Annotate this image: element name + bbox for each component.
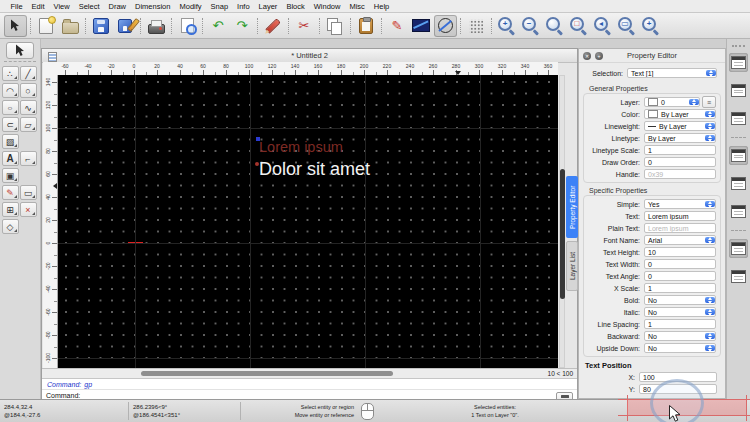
undo-button[interactable]: ↶	[207, 15, 230, 37]
upside-down-field[interactable]: No	[644, 343, 716, 353]
dimension-tool-button[interactable]: ⌐	[20, 151, 37, 166]
dock-view-list-button[interactable]	[729, 109, 748, 128]
lineweight-field[interactable]: By Layer	[644, 121, 716, 131]
zoom-center-button[interactable]: +	[640, 15, 663, 37]
dock-library-browser-button[interactable]	[729, 267, 748, 286]
dock-layer-list-button[interactable]	[729, 146, 748, 165]
lines-toggle-button[interactable]	[434, 15, 457, 37]
menu-file[interactable]: File	[6, 2, 27, 11]
tab-layer-list[interactable]: Layer List	[566, 241, 578, 291]
simple-field[interactable]: Yes	[644, 199, 716, 209]
paste-button[interactable]	[355, 15, 378, 37]
dock-block-list-button[interactable]	[729, 81, 748, 100]
layer-list-button[interactable]: ≡	[702, 96, 716, 108]
measure-tool-button[interactable]: ▭	[20, 185, 37, 200]
dock-handle[interactable]	[732, 45, 745, 47]
menu-select[interactable]: Select	[74, 2, 104, 11]
line-tool-button[interactable]: ╱	[20, 66, 37, 81]
hatch-tool-button[interactable]: ▨	[2, 134, 19, 149]
selection-tool-button[interactable]	[6, 42, 34, 59]
spline-tool-button[interactable]: ∿	[20, 100, 37, 115]
zoom-window-button[interactable]: □	[568, 15, 591, 37]
text-width-field[interactable]: 0	[644, 259, 716, 269]
dropdown-stepper[interactable]	[705, 345, 715, 352]
dropdown-stepper[interactable]	[705, 135, 715, 142]
handle-field[interactable]: 0x39	[644, 169, 716, 179]
save-button[interactable]	[90, 15, 113, 37]
arc-tool-button[interactable]: ◠	[2, 83, 19, 98]
menu-draw[interactable]: Draw	[104, 2, 131, 11]
eraser-button[interactable]	[262, 15, 285, 37]
pen-button[interactable]: ✎	[386, 15, 409, 37]
vertical-scrollbar-thumb[interactable]	[560, 169, 565, 299]
horizontal-scrollbar-thumb[interactable]	[141, 371, 393, 376]
selection-dropdown[interactable]: Text [1]	[627, 68, 717, 78]
misc-draw-tool-button[interactable]: ✎	[2, 185, 19, 200]
italic-field[interactable]: No	[644, 307, 716, 317]
zoom-in-button[interactable]: +	[496, 15, 519, 37]
dropdown-stepper[interactable]	[705, 123, 715, 130]
zoom-pan-button[interactable]: ▭	[616, 15, 639, 37]
backward-field[interactable]: No	[644, 331, 716, 341]
dropdown-stepper[interactable]	[705, 309, 715, 316]
menu-help[interactable]: Help	[369, 2, 393, 11]
point-tool-button[interactable]: ∴	[2, 66, 19, 81]
dock-property-editor-button[interactable]	[729, 53, 748, 72]
drawing-canvas[interactable]: Lorem ipsumDolor sit amet	[58, 75, 558, 368]
palette-handle[interactable]	[4, 61, 36, 62]
grid-toggle-button[interactable]	[465, 15, 488, 37]
menu-modify[interactable]: Modify	[175, 2, 206, 11]
open-file-button[interactable]	[59, 15, 82, 37]
dock-reference-points-button[interactable]	[729, 202, 748, 221]
menu-layer[interactable]: Layer	[254, 2, 282, 11]
text-angle-field[interactable]: 0	[644, 271, 716, 281]
redo-button[interactable]: ↷	[231, 15, 254, 37]
dropdown-stepper[interactable]	[705, 297, 715, 304]
image-tool-button[interactable]: ▣	[2, 168, 19, 183]
zoom-auto-button[interactable]	[544, 15, 567, 37]
dropdown-stepper[interactable]	[705, 237, 715, 244]
layer-field[interactable]: 0	[644, 97, 700, 107]
line-spacing-field[interactable]: 1	[644, 319, 716, 329]
polyline-tool-button[interactable]: ⊂	[2, 117, 19, 132]
menu-block[interactable]: Block	[282, 2, 309, 11]
new-file-button[interactable]	[35, 15, 58, 37]
menu-view[interactable]: View	[49, 2, 74, 11]
font-name-field[interactable]: Arial	[644, 235, 716, 245]
explode-tool-button[interactable]: ×	[20, 202, 37, 217]
modify-copy-tool-button[interactable]: ⊞	[2, 202, 19, 217]
plain-text-field[interactable]: Lorem ipsum	[644, 223, 716, 233]
dropdown-stepper[interactable]	[705, 111, 715, 118]
canvas-text-selected[interactable]: Lorem ipsum	[259, 139, 343, 155]
draw-order-field[interactable]: 0	[644, 157, 716, 167]
zoom-previous-button[interactable]: ◂	[592, 15, 615, 37]
menu-info[interactable]: Info	[233, 2, 255, 11]
canvas-text-entity[interactable]: Dolor sit amet	[259, 159, 370, 180]
x-scale-field[interactable]: 1	[644, 283, 716, 293]
dropdown-stepper[interactable]	[706, 70, 716, 77]
tab-property-editor[interactable]: Property Editor	[566, 176, 578, 238]
select-arrow-button[interactable]	[4, 15, 27, 37]
menu-edit[interactable]: Edit	[27, 2, 49, 11]
print-button[interactable]	[145, 15, 168, 37]
shape-tool-button[interactable]: ▱	[20, 117, 37, 132]
linetype-field[interactable]: By Layer	[644, 133, 716, 143]
menu-dimension[interactable]: Dimension	[131, 2, 175, 11]
ellipse-tool-button[interactable]: ○	[2, 100, 19, 115]
draft-mode-button[interactable]	[410, 15, 433, 37]
zoom-out-button[interactable]: −	[520, 15, 543, 37]
menu-window[interactable]: Window	[309, 2, 345, 11]
menu-snap[interactable]: Snap	[206, 2, 233, 11]
text-height-field[interactable]: 10	[644, 247, 716, 257]
bold-field[interactable]: No	[644, 295, 716, 305]
linetype-scale-field[interactable]: 1	[644, 145, 716, 155]
dropdown-stepper[interactable]	[689, 99, 699, 106]
text-field[interactable]: Lorem ipsum	[644, 211, 716, 221]
copy-button[interactable]	[324, 15, 347, 37]
print-preview-button[interactable]	[176, 15, 199, 37]
cut-button[interactable]: ✂	[293, 15, 316, 37]
dropdown-stepper[interactable]	[705, 333, 715, 340]
solid-tool-button[interactable]: ◇	[2, 219, 19, 234]
dock-command-line-button[interactable]	[729, 239, 748, 258]
menu-misc[interactable]: Misc	[345, 2, 369, 11]
